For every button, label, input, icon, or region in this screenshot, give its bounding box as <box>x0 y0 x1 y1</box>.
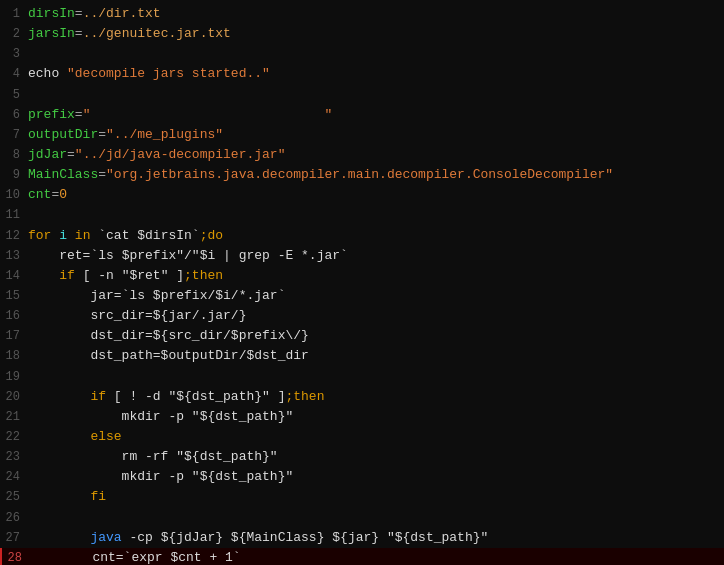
line-content: prefix=" " <box>28 105 724 125</box>
line-number: 16 <box>0 307 28 326</box>
line-number: 23 <box>0 448 28 467</box>
code-line-4: 4echo "decompile jars started.." <box>0 64 724 84</box>
code-line-9: 9MainClass="org.jetbrains.java.decompile… <box>0 165 724 185</box>
code-line-3: 3 <box>0 44 724 64</box>
line-content <box>28 85 724 105</box>
code-line-17: 17 dst_dir=${src_dir/$prefix\/} <box>0 326 724 346</box>
code-line-11: 11 <box>0 205 724 225</box>
line-content: ret=`ls $prefix"/"$i | grep -E *.jar` <box>28 246 724 266</box>
line-content: if [ ! -d "${dst_path}" ];then <box>28 387 724 407</box>
code-line-2: 2jarsIn=../genuitec.jar.txt <box>0 24 724 44</box>
line-number: 9 <box>0 166 28 185</box>
line-content: rm -rf "${dst_path}" <box>28 447 724 467</box>
line-number: 25 <box>0 488 28 507</box>
line-content: jdJar="../jd/java-decompiler.jar" <box>28 145 724 165</box>
line-number: 20 <box>0 388 28 407</box>
line-content: for i in `cat $dirsIn`;do <box>28 226 724 246</box>
code-line-12: 12for i in `cat $dirsIn`;do <box>0 226 724 246</box>
line-content: src_dir=${jar/.jar/} <box>28 306 724 326</box>
code-line-15: 15 jar=`ls $prefix/$i/*.jar` <box>0 286 724 306</box>
line-content <box>28 44 724 64</box>
line-number: 1 <box>0 5 28 24</box>
code-line-20: 20 if [ ! -d "${dst_path}" ];then <box>0 387 724 407</box>
line-number: 26 <box>0 509 28 528</box>
line-number: 8 <box>0 146 28 165</box>
line-content: jarsIn=../genuitec.jar.txt <box>28 24 724 44</box>
line-content: fi <box>28 487 724 507</box>
code-line-26: 26 <box>0 508 724 528</box>
line-number: 3 <box>0 45 28 64</box>
code-line-10: 10cnt=0 <box>0 185 724 205</box>
line-number: 4 <box>0 65 28 84</box>
line-number: 22 <box>0 428 28 447</box>
line-content: else <box>28 427 724 447</box>
code-line-7: 7outputDir="../me_plugins" <box>0 125 724 145</box>
code-line-6: 6prefix=" " <box>0 105 724 125</box>
code-line-14: 14 if [ -n "$ret" ];then <box>0 266 724 286</box>
line-number: 11 <box>0 206 28 225</box>
code-line-23: 23 rm -rf "${dst_path}" <box>0 447 724 467</box>
code-line-21: 21 mkdir -p "${dst_path}" <box>0 407 724 427</box>
line-number: 14 <box>0 267 28 286</box>
line-number: 17 <box>0 327 28 346</box>
line-content: echo "decompile jars started.." <box>28 64 724 84</box>
code-line-22: 22 else <box>0 427 724 447</box>
code-line-13: 13 ret=`ls $prefix"/"$i | grep -E *.jar` <box>0 246 724 266</box>
line-number: 27 <box>0 529 28 548</box>
line-number: 15 <box>0 287 28 306</box>
line-content <box>28 205 724 225</box>
line-content: mkdir -p "${dst_path}" <box>28 467 724 487</box>
line-number: 19 <box>0 368 28 387</box>
line-number: 2 <box>0 25 28 44</box>
line-content <box>28 367 724 387</box>
code-line-8: 8jdJar="../jd/java-decompiler.jar" <box>0 145 724 165</box>
line-content: cnt=`expr $cnt + 1` <box>30 548 724 565</box>
code-line-28: 28 cnt=`expr $cnt + 1` <box>0 548 724 565</box>
line-number: 6 <box>0 106 28 125</box>
code-line-18: 18 dst_path=$outputDir/$dst_dir <box>0 346 724 366</box>
line-number: 5 <box>0 86 28 105</box>
line-content: dirsIn=../dir.txt <box>28 4 724 24</box>
line-content: cnt=0 <box>28 185 724 205</box>
code-editor: 1dirsIn=../dir.txt2jarsIn=../genuitec.ja… <box>0 0 724 565</box>
line-content: dst_path=$outputDir/$dst_dir <box>28 346 724 366</box>
code-line-25: 25 fi <box>0 487 724 507</box>
line-number: 21 <box>0 408 28 427</box>
line-content: MainClass="org.jetbrains.java.decompiler… <box>28 165 724 185</box>
code-line-5: 5 <box>0 85 724 105</box>
line-number: 12 <box>0 227 28 246</box>
code-line-19: 19 <box>0 367 724 387</box>
line-content: outputDir="../me_plugins" <box>28 125 724 145</box>
line-number: 13 <box>0 247 28 266</box>
line-content <box>28 508 724 528</box>
line-content: if [ -n "$ret" ];then <box>28 266 724 286</box>
code-line-16: 16 src_dir=${jar/.jar/} <box>0 306 724 326</box>
line-number: 7 <box>0 126 28 145</box>
line-content: dst_dir=${src_dir/$prefix\/} <box>28 326 724 346</box>
code-line-27: 27 java -cp ${jdJar} ${MainClass} ${jar}… <box>0 528 724 548</box>
line-number: 10 <box>0 186 28 205</box>
code-line-1: 1dirsIn=../dir.txt <box>0 4 724 24</box>
line-number: 24 <box>0 468 28 487</box>
code-line-24: 24 mkdir -p "${dst_path}" <box>0 467 724 487</box>
line-number: 28 <box>2 549 30 565</box>
line-number: 18 <box>0 347 28 366</box>
line-content: mkdir -p "${dst_path}" <box>28 407 724 427</box>
line-content: jar=`ls $prefix/$i/*.jar` <box>28 286 724 306</box>
line-content: java -cp ${jdJar} ${MainClass} ${jar} "$… <box>28 528 724 548</box>
